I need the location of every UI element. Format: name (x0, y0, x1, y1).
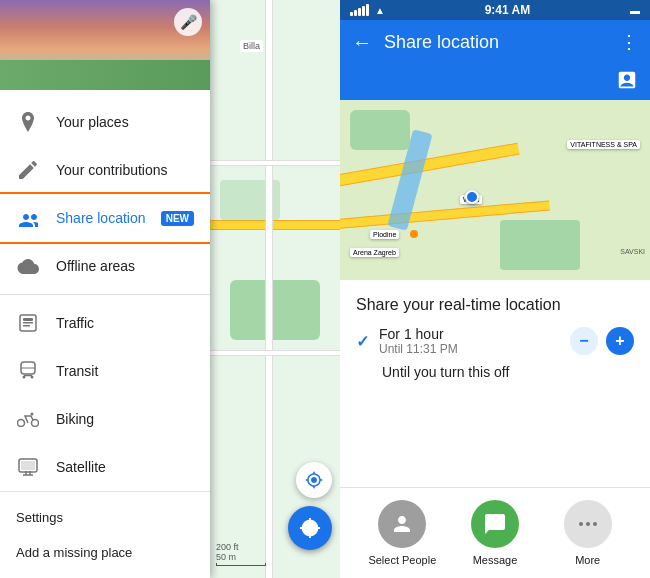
message-action[interactable]: Message (449, 500, 542, 566)
signal-bar-1 (350, 12, 353, 16)
sidebar-item-label: Share location (56, 210, 153, 226)
new-badge: NEW (161, 211, 194, 226)
svg-rect-1 (23, 318, 33, 321)
duration-controls: − + (570, 327, 634, 355)
wifi-icon: ▲ (375, 5, 385, 16)
increase-duration-button[interactable]: + (606, 327, 634, 355)
map-thumbnail: VITAFITNESS & SPA Work Plodine Arena Zag… (340, 100, 650, 280)
map-scale: 200 ft 50 m (216, 542, 266, 566)
sidebar-item-label: Satellite (56, 459, 194, 475)
more-action[interactable]: More (541, 500, 634, 566)
status-left: ▲ (350, 4, 385, 16)
battery-icon: ▬ (630, 5, 640, 16)
more-options-button[interactable]: ⋮ (616, 27, 642, 57)
decrease-duration-button[interactable]: − (570, 327, 598, 355)
signal-bar-2 (354, 10, 357, 16)
duration-option-until-off[interactable]: Until you turn this off (356, 364, 634, 380)
svg-rect-13 (21, 461, 35, 470)
share-title: Share your real-time location (356, 296, 634, 314)
sidebar-item-label: Offline areas (56, 258, 194, 274)
sidebar-item-satellite[interactable]: Satellite (0, 443, 210, 491)
duration-sub-label: Until 11:31 PM (379, 342, 570, 356)
signal-bar-4 (362, 6, 365, 16)
sidebar-item-label: Your places (56, 114, 194, 130)
message-label: Message (473, 554, 518, 566)
sidebar-item-share-location[interactable]: Share location NEW (0, 194, 210, 242)
bike-icon (16, 407, 40, 431)
signal-bars (350, 4, 369, 16)
transit-icon (16, 359, 40, 383)
more-icon (564, 500, 612, 548)
add-person-icon[interactable] (616, 69, 638, 96)
back-button[interactable]: ← (348, 27, 376, 58)
share-location-panel: ▲ 9:41 AM ▬ ← Share location ⋮ (340, 0, 650, 578)
sidebar-item-your-contributions[interactable]: Your contributions (0, 146, 210, 194)
drawer-map-header: 🎤 (0, 0, 210, 90)
checkmark-icon: ✓ (356, 332, 369, 351)
status-bar: ▲ 9:41 AM ▬ (340, 0, 650, 20)
location-button[interactable] (296, 462, 332, 498)
duration-text: For 1 hour Until 11:31 PM (379, 326, 570, 356)
svg-point-19 (579, 522, 583, 526)
duration-main-label: For 1 hour (379, 326, 570, 342)
map-panel[interactable]: Billa 200 ft 50 m (210, 0, 340, 578)
duration-option-1hour[interactable]: ✓ For 1 hour Until 11:31 PM − + (356, 326, 634, 356)
map-fab-button[interactable] (288, 506, 332, 550)
svg-rect-3 (23, 325, 30, 327)
pin-icon (16, 110, 40, 134)
select-people-icon (378, 500, 426, 548)
sidebar-item-label: Traffic (56, 315, 194, 331)
add-missing-place-item[interactable]: Add a missing place (0, 535, 210, 570)
signal-bar-5 (366, 4, 369, 16)
sidebar-item-transit[interactable]: Transit (0, 347, 210, 395)
select-people-label: Select People (368, 554, 436, 566)
drawer-menu: Your places Your contributions Share loc… (0, 90, 210, 491)
sidebar-item-offline-areas[interactable]: Offline areas (0, 242, 210, 290)
status-time: 9:41 AM (485, 3, 531, 17)
sidebar-item-label: Your contributions (56, 162, 194, 178)
share-person-bar (340, 64, 650, 100)
share-content: Share your real-time location ✓ For 1 ho… (340, 280, 650, 487)
mic-icon[interactable]: 🎤 (174, 8, 202, 36)
drawer-bottom: Settings Add a missing place (0, 491, 210, 578)
thumb-map-bg: VITAFITNESS & SPA Work Plodine Arena Zag… (340, 100, 650, 280)
edit-icon (16, 158, 40, 182)
divider (0, 294, 210, 295)
app-bar: ← Share location ⋮ (340, 20, 650, 64)
sidebar-item-label: Biking (56, 411, 194, 427)
svg-point-21 (593, 522, 597, 526)
drawer-panel: 🎤 Your places Your contributions (0, 0, 210, 578)
select-people-action[interactable]: Select People (356, 500, 449, 566)
status-right: ▬ (630, 5, 640, 16)
share-actions-bar: Select People Message More (340, 487, 650, 578)
svg-point-10 (32, 420, 39, 427)
person-share-icon (16, 206, 40, 230)
message-icon (471, 500, 519, 548)
app-bar-title: Share location (384, 32, 608, 53)
satellite-icon (16, 455, 40, 479)
sidebar-item-biking[interactable]: Biking (0, 395, 210, 443)
until-off-label: Until you turn this off (382, 364, 509, 380)
more-label: More (575, 554, 600, 566)
svg-point-9 (18, 420, 25, 427)
svg-point-11 (31, 413, 34, 416)
settings-item[interactable]: Settings (0, 500, 210, 535)
sidebar-item-traffic[interactable]: Traffic (0, 299, 210, 347)
svg-rect-2 (23, 322, 33, 324)
cloud-icon (16, 254, 40, 278)
sidebar-item-label: Transit (56, 363, 194, 379)
signal-bar-3 (358, 8, 361, 16)
svg-point-20 (586, 522, 590, 526)
sidebar-item-your-places[interactable]: Your places (0, 98, 210, 146)
traffic-icon (16, 311, 40, 335)
